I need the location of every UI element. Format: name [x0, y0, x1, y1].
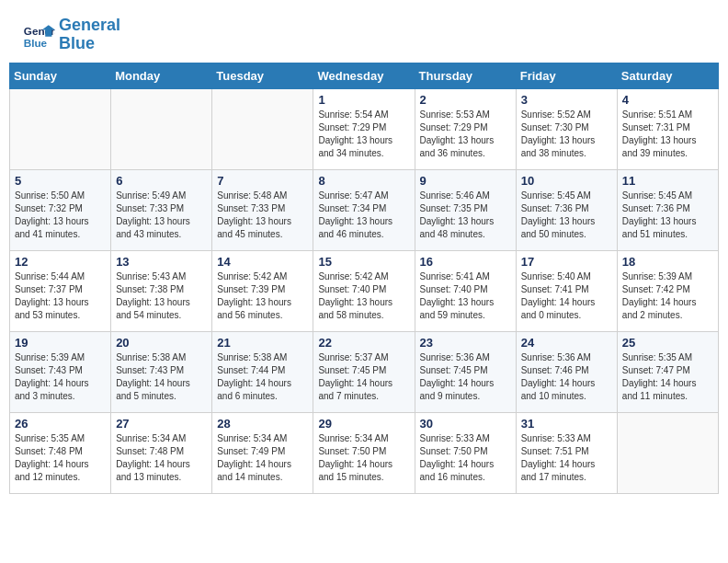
calendar-cell: 4 Sunrise: 5:51 AM Sunset: 7:31 PM Dayli…: [617, 88, 718, 169]
calendar-cell: 10 Sunrise: 5:45 AM Sunset: 7:36 PM Dayl…: [516, 169, 617, 250]
cell-daylight: Daylight: 14 hours and 15 minutes.: [318, 459, 392, 482]
calendar-cell: [617, 412, 718, 493]
day-number: 28: [217, 417, 308, 431]
cell-sunset: Sunset: 7:50 PM: [420, 446, 488, 456]
day-number: 3: [521, 93, 612, 107]
cell-daylight: Daylight: 14 hours and 5 minutes.: [116, 378, 190, 401]
calendar-cell: 17 Sunrise: 5:40 AM Sunset: 7:41 PM Dayl…: [516, 250, 617, 331]
cell-sunset: Sunset: 7:31 PM: [622, 122, 690, 132]
cell-daylight: Daylight: 14 hours and 13 minutes.: [116, 459, 190, 482]
svg-text:Blue: Blue: [24, 36, 48, 48]
day-number: 2: [420, 93, 511, 107]
calendar-week-5: 26 Sunrise: 5:35 AM Sunset: 7:48 PM Dayl…: [10, 412, 719, 493]
calendar-cell: 7 Sunrise: 5:48 AM Sunset: 7:33 PM Dayli…: [212, 169, 313, 250]
calendar-cell: 31 Sunrise: 5:33 AM Sunset: 7:51 PM Dayl…: [516, 412, 617, 493]
calendar-cell: 5 Sunrise: 5:50 AM Sunset: 7:32 PM Dayli…: [10, 169, 111, 250]
cell-sunrise: Sunrise: 5:41 AM: [420, 271, 490, 282]
cell-sunrise: Sunrise: 5:33 AM: [420, 433, 490, 443]
cell-daylight: Daylight: 13 hours and 36 minutes.: [420, 135, 495, 158]
cell-daylight: Daylight: 14 hours and 6 minutes.: [217, 378, 291, 401]
day-number: 10: [521, 174, 612, 188]
calendar-cell: 15 Sunrise: 5:42 AM Sunset: 7:40 PM Dayl…: [313, 250, 415, 331]
logo: General Blue GeneralBlue: [22, 17, 120, 53]
calendar-cell: 13 Sunrise: 5:43 AM Sunset: 7:38 PM Dayl…: [111, 250, 212, 331]
cell-sunset: Sunset: 7:50 PM: [318, 446, 386, 456]
day-number: 22: [318, 336, 409, 350]
cell-daylight: Daylight: 13 hours and 54 minutes.: [116, 297, 190, 320]
day-number: 20: [116, 336, 207, 350]
day-number: 17: [521, 255, 612, 269]
day-number: 9: [420, 174, 511, 188]
calendar-cell: 21 Sunrise: 5:38 AM Sunset: 7:44 PM Dayl…: [212, 331, 313, 412]
cell-sunset: Sunset: 7:33 PM: [116, 203, 184, 213]
cell-sunrise: Sunrise: 5:43 AM: [116, 271, 186, 282]
cell-daylight: Daylight: 13 hours and 46 minutes.: [318, 216, 392, 239]
cell-sunrise: Sunrise: 5:48 AM: [217, 190, 287, 201]
day-number: 1: [318, 93, 409, 107]
day-number: 14: [217, 255, 308, 269]
calendar-cell: 1 Sunrise: 5:54 AM Sunset: 7:29 PM Dayli…: [313, 88, 415, 169]
cell-sunrise: Sunrise: 5:36 AM: [420, 352, 490, 362]
cell-daylight: Daylight: 13 hours and 48 minutes.: [420, 216, 495, 239]
cell-sunset: Sunset: 7:48 PM: [116, 446, 184, 456]
cell-sunrise: Sunrise: 5:45 AM: [521, 190, 591, 201]
page-header: General Blue GeneralBlue: [0, 0, 728, 63]
cell-sunrise: Sunrise: 5:38 AM: [116, 352, 186, 362]
day-number: 24: [521, 336, 612, 350]
cell-sunset: Sunset: 7:37 PM: [15, 284, 83, 294]
calendar-cell: 12 Sunrise: 5:44 AM Sunset: 7:37 PM Dayl…: [10, 250, 111, 331]
cell-sunrise: Sunrise: 5:37 AM: [318, 352, 388, 362]
calendar-week-2: 5 Sunrise: 5:50 AM Sunset: 7:32 PM Dayli…: [10, 169, 719, 250]
cell-sunrise: Sunrise: 5:39 AM: [622, 271, 692, 282]
calendar-cell: 23 Sunrise: 5:36 AM Sunset: 7:45 PM Dayl…: [415, 331, 516, 412]
calendar-cell: 18 Sunrise: 5:39 AM Sunset: 7:42 PM Dayl…: [617, 250, 718, 331]
cell-daylight: Daylight: 14 hours and 10 minutes.: [521, 378, 596, 401]
calendar-cell: 2 Sunrise: 5:53 AM Sunset: 7:29 PM Dayli…: [415, 88, 516, 169]
cell-sunset: Sunset: 7:33 PM: [217, 203, 285, 213]
day-number: 26: [15, 417, 106, 431]
cell-daylight: Daylight: 13 hours and 34 minutes.: [318, 135, 392, 158]
cell-sunset: Sunset: 7:35 PM: [420, 203, 488, 213]
cell-daylight: Daylight: 14 hours and 9 minutes.: [420, 378, 495, 401]
day-number: 29: [318, 417, 409, 431]
cell-daylight: Daylight: 13 hours and 56 minutes.: [217, 297, 291, 320]
day-number: 30: [420, 417, 511, 431]
day-number: 5: [15, 174, 106, 188]
cell-daylight: Daylight: 14 hours and 3 minutes.: [15, 378, 89, 401]
cell-sunrise: Sunrise: 5:35 AM: [622, 352, 692, 362]
cell-sunrise: Sunrise: 5:46 AM: [420, 190, 490, 201]
cell-daylight: Daylight: 14 hours and 2 minutes.: [622, 297, 697, 320]
cell-sunrise: Sunrise: 5:47 AM: [318, 190, 388, 201]
cell-daylight: Daylight: 14 hours and 12 minutes.: [15, 459, 89, 482]
cell-daylight: Daylight: 13 hours and 39 minutes.: [622, 135, 697, 158]
cell-sunset: Sunset: 7:30 PM: [521, 122, 589, 132]
calendar-cell: 27 Sunrise: 5:34 AM Sunset: 7:48 PM Dayl…: [111, 412, 212, 493]
cell-sunrise: Sunrise: 5:50 AM: [15, 190, 85, 201]
day-number: 4: [622, 93, 713, 107]
calendar-week-3: 12 Sunrise: 5:44 AM Sunset: 7:37 PM Dayl…: [10, 250, 719, 331]
cell-sunset: Sunset: 7:36 PM: [622, 203, 690, 213]
cell-sunset: Sunset: 7:43 PM: [15, 365, 83, 375]
calendar-cell: 26 Sunrise: 5:35 AM Sunset: 7:48 PM Dayl…: [10, 412, 111, 493]
cell-sunrise: Sunrise: 5:38 AM: [217, 352, 287, 362]
cell-sunset: Sunset: 7:49 PM: [217, 446, 285, 456]
calendar-cell: 29 Sunrise: 5:34 AM Sunset: 7:50 PM Dayl…: [313, 412, 415, 493]
cell-daylight: Daylight: 14 hours and 7 minutes.: [318, 378, 392, 401]
calendar-wrapper: SundayMondayTuesdayWednesdayThursdayFrid…: [0, 63, 728, 503]
calendar-cell: 16 Sunrise: 5:41 AM Sunset: 7:40 PM Dayl…: [415, 250, 516, 331]
cell-sunset: Sunset: 7:45 PM: [420, 365, 488, 375]
cell-sunrise: Sunrise: 5:39 AM: [15, 352, 85, 362]
weekday-header-tuesday: Tuesday: [212, 63, 313, 88]
calendar-cell: 19 Sunrise: 5:39 AM Sunset: 7:43 PM Dayl…: [10, 331, 111, 412]
cell-sunset: Sunset: 7:46 PM: [521, 365, 589, 375]
cell-sunrise: Sunrise: 5:44 AM: [15, 271, 85, 282]
cell-sunset: Sunset: 7:32 PM: [15, 203, 83, 213]
weekday-header-sunday: Sunday: [10, 63, 111, 88]
calendar-cell: [111, 88, 212, 169]
cell-sunrise: Sunrise: 5:34 AM: [217, 433, 287, 443]
cell-sunset: Sunset: 7:44 PM: [217, 365, 285, 375]
cell-sunset: Sunset: 7:42 PM: [622, 284, 690, 294]
day-number: 6: [116, 174, 207, 188]
day-number: 11: [622, 174, 713, 188]
calendar-cell: 11 Sunrise: 5:45 AM Sunset: 7:36 PM Dayl…: [617, 169, 718, 250]
